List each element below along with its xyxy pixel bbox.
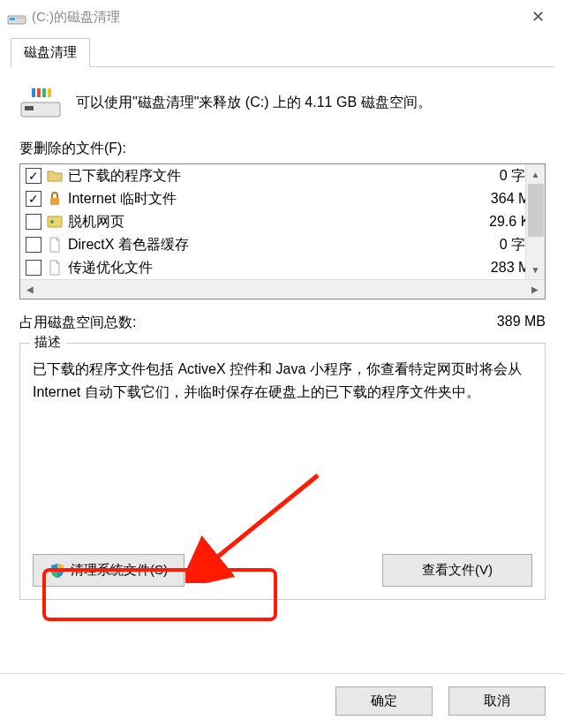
total-label: 占用磁盘空间总数:: [19, 314, 136, 332]
file-icon: [47, 237, 63, 253]
svg-rect-1: [10, 18, 15, 20]
clean-system-files-label: 清理系统文件(S): [71, 562, 168, 579]
file-list-row[interactable]: DirectX 着色器缓存0 字节: [20, 233, 545, 256]
file-list-row[interactable]: 脱机网页29.6 KB: [20, 210, 545, 233]
checkbox[interactable]: [26, 168, 41, 184]
view-files-button[interactable]: 查看文件(V): [382, 554, 532, 587]
summary-text: 可以使用"磁盘清理"来释放 (C:) 上的 4.11 GB 磁盘空间。: [76, 92, 432, 113]
file-name: 传递优化文件: [68, 259, 460, 277]
shield-icon: [49, 563, 65, 579]
file-name: 脱机网页: [68, 213, 460, 231]
svg-point-11: [50, 220, 54, 224]
svg-rect-9: [50, 198, 59, 205]
svg-rect-2: [16, 18, 24, 19]
file-name: DirectX 着色器缓存: [68, 236, 460, 254]
cancel-button[interactable]: 取消: [448, 686, 546, 716]
file-list-row[interactable]: 传递优化文件283 MB: [20, 256, 545, 279]
svg-rect-8: [48, 88, 51, 97]
window-title: (C:)的磁盘清理: [32, 9, 120, 26]
checkbox[interactable]: [26, 237, 41, 253]
description-group: 描述 已下载的程序文件包括 ActiveX 控件和 Java 小程序，你查看特定…: [19, 343, 546, 600]
file-list-row[interactable]: 已下载的程序文件0 字节: [20, 164, 545, 187]
svg-rect-6: [37, 88, 41, 97]
checkbox[interactable]: [26, 191, 41, 207]
svg-rect-4: [25, 106, 34, 110]
files-to-delete-label: 要删除的文件(F):: [19, 140, 546, 158]
offline-icon: [47, 214, 63, 230]
checkbox[interactable]: [26, 260, 41, 276]
svg-rect-5: [32, 88, 35, 97]
scroll-right-icon[interactable]: ▶: [525, 284, 545, 294]
lock-icon: [47, 191, 63, 207]
scroll-thumb[interactable]: [528, 184, 544, 237]
file-icon: [47, 260, 63, 276]
svg-rect-7: [42, 88, 46, 97]
file-list: 已下载的程序文件0 字节Internet 临时文件364 MB脱机网页29.6 …: [19, 163, 546, 300]
tab-disk-cleanup[interactable]: 磁盘清理: [11, 38, 90, 67]
drive-icon: [19, 85, 62, 120]
ok-button[interactable]: 确定: [335, 686, 433, 716]
scroll-up-icon[interactable]: ▲: [526, 164, 545, 184]
folder-icon: [47, 168, 63, 184]
total-value: 389 MB: [497, 314, 546, 332]
svg-rect-10: [48, 216, 62, 227]
vertical-scrollbar[interactable]: ▲ ▼: [525, 164, 545, 279]
horizontal-scrollbar[interactable]: ◀ ▶: [20, 279, 545, 299]
clean-system-files-button[interactable]: 清理系统文件(S): [33, 554, 185, 587]
scroll-left-icon[interactable]: ◀: [20, 284, 40, 294]
close-icon[interactable]: ✕: [517, 4, 558, 30]
description-text: 已下载的程序文件包括 ActiveX 控件和 Java 小程序，你查看特定网页时…: [33, 358, 532, 421]
checkbox[interactable]: [26, 214, 41, 230]
scroll-down-icon[interactable]: ▼: [526, 260, 545, 279]
file-list-row[interactable]: Internet 临时文件364 MB: [20, 187, 545, 210]
description-title: 描述: [29, 334, 66, 351]
file-name: Internet 临时文件: [68, 190, 460, 209]
drive-icon-small: [7, 9, 26, 25]
file-name: 已下载的程序文件: [68, 167, 460, 186]
